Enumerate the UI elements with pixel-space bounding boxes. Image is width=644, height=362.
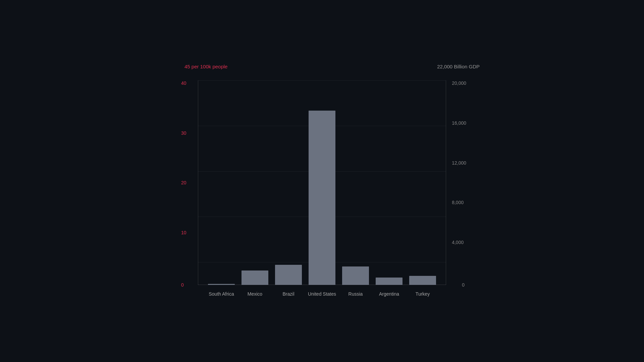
left-axis-label: 45 per 100k people [184, 64, 227, 69]
chart-area: 40 30 20 10 0 20,000 16,000 12,000 8,000… [198, 80, 446, 285]
bar-group-mexico: Mexico [241, 270, 268, 285]
bar-group-russia: Russia [342, 266, 369, 285]
left-tick-30: 30 [181, 130, 186, 136]
left-tick-20: 20 [181, 180, 186, 185]
bar-group-turkey: Turkey [409, 276, 436, 285]
left-tick-10: 10 [181, 230, 186, 235]
bar-label-turkey: Turkey [416, 291, 430, 297]
bar-russia [342, 266, 369, 285]
bar-argentina [376, 278, 402, 285]
right-y-axis: 20,000 16,000 12,000 8,000 4,000 0 [452, 80, 466, 285]
bar-mexico [241, 270, 268, 285]
left-tick-40: 40 [181, 80, 186, 86]
right-tick-16000: 16,000 [452, 120, 466, 126]
bar-group-argentina: Argentina [376, 278, 402, 285]
bar-label-south-africa: South Africa [209, 291, 234, 297]
left-y-axis: 40 30 20 10 0 [181, 80, 186, 285]
bar-brazil [275, 265, 302, 285]
zero-label-left: 0 [181, 282, 184, 288]
chart-container: 45 per 100k people 22,000 Billion GDP 40… [0, 0, 644, 362]
bar-label-mexico: Mexico [248, 291, 262, 297]
right-tick-8000: 8,000 [452, 200, 464, 205]
bar-turkey [409, 276, 436, 285]
chart-wrapper: 45 per 100k people 22,000 Billion GDP 40… [171, 70, 473, 305]
right-tick-20000: 20,000 [452, 80, 466, 86]
bar-label-brazil: Brazil [282, 291, 294, 297]
bar-united-states [309, 111, 335, 285]
bar-south-africa [208, 284, 235, 285]
bar-label-argentina: Argentina [379, 291, 399, 297]
right-axis-label: 22,000 Billion GDP [437, 64, 480, 69]
bar-label-russia: Russia [348, 291, 363, 297]
bar-group-united-states: United States [309, 111, 335, 285]
bar-group-brazil: Brazil [275, 265, 302, 285]
bars-container: South Africa Mexico Brazil United States [198, 80, 446, 285]
right-tick-12000: 12,000 [452, 160, 466, 166]
bar-group-south-africa: South Africa [208, 284, 235, 285]
zero-label-right: 0 [462, 282, 465, 288]
bar-label-united-states: United States [308, 291, 336, 297]
right-tick-4000: 4,000 [452, 240, 464, 245]
